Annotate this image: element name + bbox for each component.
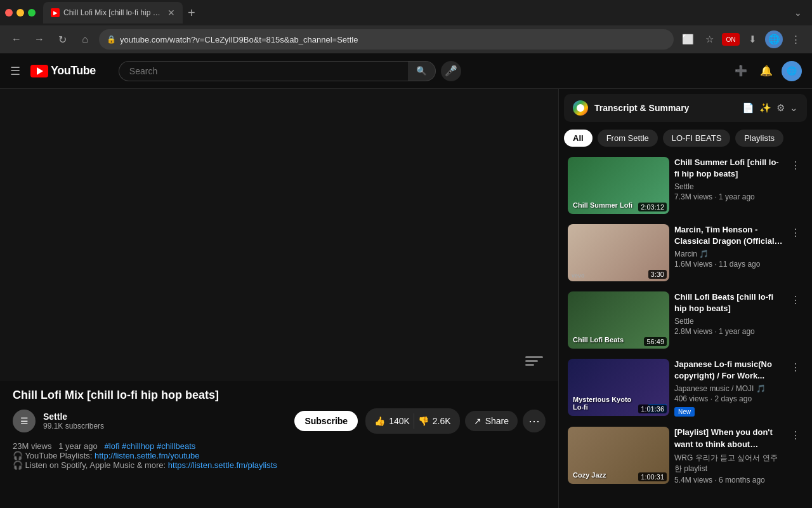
thumb-label: Cozy Jazz [573,471,644,479]
bookmark-button[interactable]: ☆ [700,30,718,48]
video-meta-row: ☰ Settle 99.1K subscribers Subscribe 👍 1… [13,408,546,434]
video-player-area [0,89,558,381]
list-item[interactable]: Mysterious Kyoto Lo-fi New 1:01:36 Japan… [564,354,807,422]
age: 2 days ago [714,394,752,403]
youtube-logo[interactable]: YouTube [30,64,96,77]
browser-tab-bar: ▶ Chill Lofi Mix [chill lo-fi hip ho... … [0,0,812,25]
video-thumbnail: Chill Lofi Beats 56:49 [568,291,669,349]
more-options-button[interactable]: ⋮ [788,291,803,309]
video-meta: 1.6M views · 11 days ago [674,260,783,269]
video-meta: 5.4M views · 6 months ago [674,476,783,485]
user-avatar[interactable]: 🌐 [782,61,802,81]
browser-tab-active[interactable]: ▶ Chill Lofi Mix [chill lo-fi hip ho... … [43,2,183,23]
list-item[interactable]: Chill Summer Lofi 2:03:12 Chill Summer L… [564,152,807,219]
gemini-logo-inner [577,104,584,112]
channel-name[interactable]: Settle [43,411,287,422]
video-list: Chill Summer Lofi 2:03:12 Chill Summer L… [559,152,812,508]
watermark-line-2 [525,360,538,362]
video-duration: 2:03:12 [638,203,667,211]
expand-icon[interactable]: ⌄ [790,102,798,114]
youtube-playlists-link[interactable]: http://listen.settle.fm/youtube [95,451,199,460]
search-button[interactable]: 🔍 [408,61,436,81]
video-details: Chill Lofi Beats [chill lo-fi hip hop be… [674,291,783,336]
video-tags[interactable]: #lofi #chillhop #chillbeats [105,441,196,451]
browser-toolbar: ← → ↻ ⌂ 🔒 youtube.com/watch?v=CLeZylID9B… [0,25,812,53]
thumb-label: Mysterious Kyoto Lo-fi [573,396,644,411]
traffic-light-red[interactable] [5,9,13,17]
list-item[interactable]: Chill Lofi Beats 56:49 Chill Lofi Beats … [564,286,807,354]
microphone-button[interactable]: 🎤 [441,61,461,81]
video-channel: Japanese music / MOJI 🎵 [674,384,783,393]
filter-tab-playlists[interactable]: Playlists [735,130,783,147]
transcript-action-icons: 📄 ✨ ⚙ ⌄ [742,102,798,114]
create-button[interactable]: ➕ [731,61,751,81]
video-thumbnail: Mysterious Kyoto Lo-fi New 1:01:36 [568,359,669,416]
search-input[interactable] [119,61,408,81]
more-options-button[interactable]: ⋮ [788,224,803,241]
view-count: 406 views [674,394,708,403]
tab-title: Chill Lofi Mix [chill lo-fi hip ho... [63,8,164,17]
extension-button[interactable]: ON [722,33,740,46]
play-triangle-icon [37,67,43,75]
profile-button[interactable]: 🌐 [765,30,783,48]
more-options-button[interactable]: ⋮ [788,359,803,376]
view-count: 1.6M views [674,260,712,269]
like-button[interactable]: 👍 140K 👎 2.6K [365,408,460,434]
video-thumbnail: Chill Summer Lofi 2:03:12 [568,157,669,214]
view-count: 2.8M views [674,327,712,336]
age: 11 days ago [719,260,760,269]
new-label: New [674,407,695,417]
mic-icon: 🎤 [445,65,457,77]
forward-button[interactable]: → [30,30,48,48]
cast-button[interactable]: ⬜ [679,30,697,48]
video-info: Chill Lofi Mix [chill lo-fi hip hop beat… [0,381,558,441]
more-options-button[interactable]: ⋮ [788,157,803,174]
notifications-button[interactable]: 🔔 [756,61,776,81]
video-details: Marcin, Tim Henson - Classical Dragon (O… [674,224,783,269]
home-button[interactable]: ⌂ [76,30,94,48]
streaming-link[interactable]: https://listen.settle.fm/playlists [168,460,277,470]
thumbs-up-icon: 👍 [374,416,385,426]
share-button[interactable]: ↗ Share [465,411,518,431]
address-bar[interactable]: 🔒 youtube.com/watch?v=CLeZylID9Bo&t=815s… [99,29,674,50]
view-count: 7.3M views [674,192,712,201]
tab-expand-button[interactable]: ⌄ [794,8,807,18]
more-options-button[interactable]: ⋮ [788,427,803,444]
new-tab-button[interactable]: + [188,6,195,20]
filter-tab-lofi-beats[interactable]: LO-FI BEATS [663,130,731,147]
dislike-count: 2.6K [433,416,451,426]
download-button[interactable]: ⬇ [743,30,761,48]
video-thumbnail: Cozy Jazz 1:00:31 [568,427,669,484]
video-player[interactable] [0,89,558,381]
list-item[interactable]: Cozy Jazz 1:00:31 [Playlist] When you do… [564,422,807,489]
traffic-light-green[interactable] [28,9,36,17]
transcript-icon[interactable]: 📄 [742,102,754,114]
video-item-title: Chill Lofi Beats [chill lo-fi hip hop be… [674,291,783,314]
sidebar: Transcript & Summary 📄 ✨ ⚙ ⌄ All From Se… [558,89,812,508]
filter-tab-all[interactable]: All [564,130,593,147]
filter-tab-from-settle[interactable]: From Settle [598,130,658,147]
share-label: Share [485,416,509,426]
back-button[interactable]: ← [8,30,25,48]
view-count: 5.4M views [674,476,712,485]
like-count: 140K [389,416,410,426]
video-title: Chill Lofi Mix [chill lo-fi hip hop beat… [13,389,546,402]
video-section: Chill Lofi Mix [chill lo-fi hip hop beat… [0,89,558,508]
traffic-light-yellow[interactable] [16,9,24,17]
tab-close-button[interactable]: ✕ [167,8,175,18]
settings-icon[interactable]: ⚙ [776,102,785,114]
subscribe-button[interactable]: Subscribe [294,411,358,431]
sparkle-icon[interactable]: ✨ [759,102,771,114]
list-item[interactable]: vevo 3:30 Marcin, Tim Henson - Classical… [564,219,807,286]
video-thumbnail: vevo 3:30 [568,224,669,281]
description-line2: 🎧 Listen on Spotify, Apple Music & more:… [13,460,277,470]
vevo-label: vevo [572,272,585,279]
youtube-logo-icon [30,65,48,77]
menu-button[interactable]: ⋮ [787,30,804,48]
thumb-label: Chill Summer Lofi [573,201,644,209]
age: 1 year ago [719,327,755,336]
more-options-button[interactable]: ⋯ [523,410,546,432]
hamburger-menu-button[interactable]: ☰ [10,64,20,78]
reload-button[interactable]: ↻ [53,30,71,48]
watermark-icon [525,356,543,366]
